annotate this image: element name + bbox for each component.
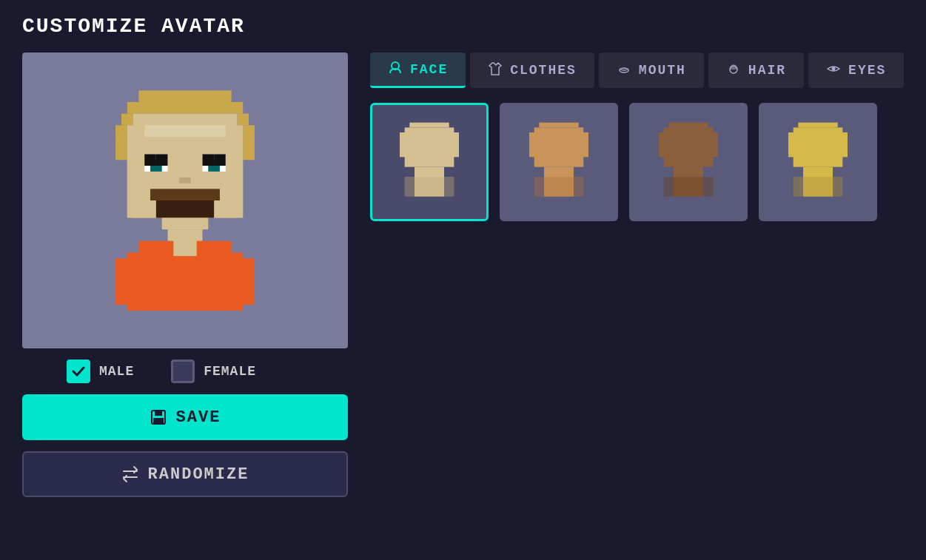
save-icon: [150, 408, 167, 426]
clothes-tab-icon: [488, 61, 503, 80]
right-panel: Face Clothes: [370, 53, 904, 221]
eyes-tab-label: Eyes: [848, 63, 886, 78]
svg-rect-36: [409, 123, 449, 128]
svg-rect-50: [659, 132, 668, 157]
svg-rect-48: [668, 123, 708, 128]
svg-rect-27: [232, 258, 255, 305]
randomize-label: Randomize: [148, 465, 249, 484]
svg-rect-6: [115, 137, 127, 160]
randomize-icon: [121, 465, 139, 483]
svg-rect-18: [214, 154, 226, 166]
svg-rect-4: [115, 125, 127, 137]
svg-rect-20: [150, 189, 220, 200]
svg-rect-19: [179, 178, 191, 183]
hair-tab-label: Hair: [748, 63, 786, 78]
svg-rect-17: [202, 154, 214, 166]
save-label: Save: [176, 408, 221, 427]
female-checkbox[interactable]: [171, 360, 195, 383]
svg-point-35: [832, 67, 836, 70]
svg-rect-59: [794, 177, 843, 197]
tab-eyes[interactable]: Eyes: [808, 53, 904, 88]
male-label: Male: [99, 364, 134, 379]
svg-rect-44: [529, 132, 539, 157]
mouth-tab-label: Mouth: [639, 63, 686, 78]
face-options-grid: [370, 103, 904, 221]
face-tab-icon: [388, 60, 403, 78]
svg-rect-2: [121, 114, 133, 126]
svg-rect-25: [127, 252, 244, 310]
svg-rect-1: [127, 102, 244, 114]
avatar-svg: [67, 67, 303, 334]
gender-row: Male Female: [22, 360, 348, 383]
svg-rect-31: [153, 418, 164, 423]
svg-rect-28: [173, 239, 196, 256]
face-tab-label: Face: [410, 62, 448, 77]
svg-rect-39: [449, 132, 459, 157]
svg-rect-57: [838, 132, 848, 157]
left-panel: Male Female Save: [22, 53, 348, 497]
svg-rect-26: [115, 258, 138, 305]
svg-rect-14: [156, 154, 168, 166]
svg-rect-5: [243, 125, 255, 137]
svg-rect-56: [788, 132, 798, 157]
svg-rect-51: [708, 132, 718, 157]
svg-rect-49: [664, 127, 714, 166]
svg-rect-53: [664, 177, 714, 197]
svg-rect-10: [144, 125, 226, 137]
page-title: Customize Avatar: [22, 15, 904, 38]
svg-rect-38: [400, 132, 409, 157]
svg-rect-7: [243, 137, 255, 160]
avatar-preview: [22, 53, 348, 348]
svg-rect-22: [162, 217, 209, 229]
randomize-button[interactable]: Randomize: [22, 451, 348, 497]
face-option-1[interactable]: [370, 103, 489, 221]
svg-rect-47: [534, 177, 584, 197]
svg-rect-54: [798, 123, 837, 128]
svg-rect-0: [138, 90, 231, 102]
female-label: Female: [204, 364, 256, 379]
svg-rect-55: [794, 127, 843, 166]
svg-rect-41: [405, 177, 454, 197]
svg-rect-37: [405, 127, 454, 166]
gender-male-option[interactable]: Male: [67, 360, 134, 383]
check-icon: [72, 365, 85, 378]
svg-rect-30: [155, 411, 162, 416]
svg-rect-21: [156, 200, 214, 217]
tab-clothes[interactable]: Clothes: [470, 53, 594, 88]
clothes-tab-label: Clothes: [510, 63, 577, 78]
tab-mouth[interactable]: Mouth: [599, 53, 704, 88]
save-button[interactable]: Save: [22, 394, 348, 440]
tabs-row: Face Clothes: [370, 53, 904, 88]
mouth-tab-icon: [617, 61, 631, 80]
svg-rect-13: [144, 154, 156, 166]
tab-hair[interactable]: Hair: [708, 53, 804, 88]
page-container: Customize Avatar: [0, 0, 926, 512]
gender-female-option[interactable]: Female: [171, 360, 256, 383]
eyes-tab-icon: [826, 61, 841, 80]
svg-rect-43: [534, 127, 584, 166]
face-option-3[interactable]: [629, 103, 748, 221]
svg-rect-3: [237, 114, 249, 126]
svg-rect-42: [539, 123, 578, 128]
face-option-2[interactable]: [500, 103, 618, 221]
main-content: Male Female Save: [22, 53, 904, 497]
hair-tab-icon: [726, 61, 741, 80]
face-option-4[interactable]: [759, 103, 877, 221]
tab-face[interactable]: Face: [370, 53, 466, 88]
svg-rect-45: [579, 132, 588, 157]
male-checkbox[interactable]: [67, 360, 90, 383]
